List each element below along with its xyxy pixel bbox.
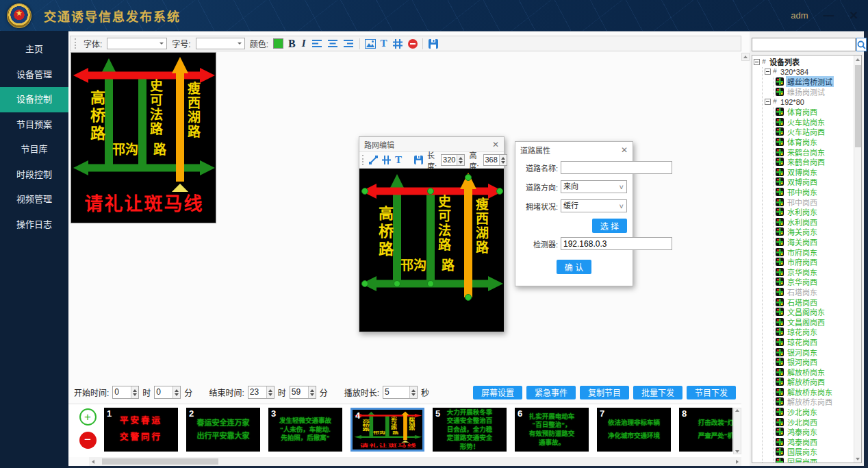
tree-device-沙北岗西[interactable]: 沙北岗西	[776, 417, 853, 427]
bold-button[interactable]: B	[288, 38, 296, 50]
duration-spinner[interactable]: 5	[383, 386, 418, 399]
tree-device-解放桥东岗西[interactable]: 解放桥东岗西	[776, 397, 853, 407]
font-select[interactable]	[107, 38, 167, 49]
tree-device-石塔岗东[interactable]: 石塔岗东	[776, 287, 853, 297]
align-right-icon[interactable]	[344, 38, 355, 49]
spinner-arrows[interactable]	[131, 386, 138, 398]
spinner-arrows[interactable]	[457, 155, 464, 165]
tree-device-维扬岗测试[interactable]: 维扬岗测试	[776, 87, 853, 97]
tree-device-体育岗西[interactable]: 体育岗西	[776, 107, 853, 117]
tree-device-解放桥东岗东[interactable]: 解放桥东岗东	[776, 387, 853, 397]
program-thumbnail-8[interactable]: 8打击改装“灯严查严处“机	[679, 408, 732, 452]
program-thumbnail-4[interactable]: 4高桥路史可法路瘦西湖路邗沟路请礼让斑马线	[350, 408, 424, 452]
align-center-icon[interactable]	[328, 38, 339, 49]
program-thumbnail-2[interactable]: 2春运安全连万家出行平安靠大家	[186, 408, 260, 452]
tree-device-海关岗西[interactable]: 海关岗西	[776, 237, 853, 247]
insert-image-icon[interactable]	[365, 38, 376, 49]
action-button-批量下发[interactable]: 批量下发	[633, 386, 682, 399]
tree-scrollbar[interactable]	[854, 56, 861, 463]
tree-device-国展岗东[interactable]: 国展岗东	[776, 447, 853, 457]
sidebar-item-2[interactable]: 设备管理	[0, 62, 68, 88]
sidebar-item-1[interactable]: 主页	[0, 37, 68, 62]
action-button-节目下发[interactable]: 节目下发	[687, 386, 736, 399]
tree-device-邗中岗东[interactable]: 邗中岗东	[776, 187, 853, 197]
scrollbar-thumb[interactable]	[102, 458, 218, 465]
device-search-input[interactable]	[752, 38, 856, 51]
spinner-arrows[interactable]	[173, 386, 180, 398]
height-spinner[interactable]: 368	[483, 154, 507, 166]
sidebar-item-5[interactable]: 节目库	[0, 137, 68, 162]
sidebar-item-6[interactable]: 时段控制	[0, 162, 68, 188]
tree-device-水利岗东[interactable]: 水利岗东	[776, 207, 853, 217]
italic-button[interactable]: I	[301, 38, 307, 49]
search-button[interactable]	[856, 38, 867, 51]
align-left-icon[interactable]	[312, 38, 323, 49]
congestion-select[interactable]: 缓行	[561, 199, 627, 212]
program-thumbnail-7[interactable]: 7依法治理非标车辆净化城市交通环境	[597, 408, 671, 452]
strip-horizontal-scrollbar[interactable]	[89, 457, 741, 466]
roadnet-close-icon[interactable]: ✕	[492, 140, 499, 149]
sign-preview-panel[interactable]: 高桥路史可法路瘦西湖路邗沟路请礼让斑马线	[71, 52, 216, 223]
start-minute-spinner[interactable]: 0	[154, 386, 181, 399]
text-tool-button[interactable]: T	[381, 38, 387, 49]
tree-device-文昌阁岗东[interactable]: 文昌阁岗东	[776, 307, 853, 317]
road-tool-icon[interactable]	[382, 155, 391, 166]
tree-device-螺丝湾桥测试[interactable]: 螺丝湾桥测试	[776, 77, 853, 87]
tree-device-来鹤台岗东[interactable]: 来鹤台岗东	[776, 147, 853, 157]
action-button-复制节目[interactable]: 复制节目	[580, 386, 629, 399]
save-icon[interactable]	[414, 155, 423, 166]
road-name-input[interactable]	[561, 161, 672, 174]
length-spinner[interactable]: 320	[441, 154, 465, 166]
delete-tool-icon[interactable]	[408, 39, 418, 49]
tree-device-京华岗东[interactable]: 京华岗东	[776, 267, 853, 277]
remove-program-button[interactable]: −	[79, 432, 97, 449]
sidebar-item-7[interactable]: 视频管理	[0, 187, 68, 212]
tree-device-水利岗西[interactable]: 水利岗西	[776, 217, 853, 227]
tree-device-火车站岗东[interactable]: 火车站岗东	[776, 117, 853, 127]
scrollbar-thumb[interactable]	[855, 65, 861, 147]
scroll-right-arrow[interactable]	[732, 457, 741, 466]
tree-group-192*80[interactable]: #192*80	[765, 97, 853, 107]
strip-scrollbar[interactable]	[733, 408, 741, 454]
sidebar-item-3[interactable]: 设备控制	[0, 87, 68, 112]
start-hour-spinner[interactable]: 0	[112, 386, 139, 399]
props-dialog-titlebar[interactable]: 道路属性 ✕	[515, 142, 633, 158]
save-icon[interactable]	[428, 38, 439, 49]
end-hour-spinner[interactable]: 23	[248, 386, 275, 399]
tree-device-解放桥岗东[interactable]: 解放桥岗东	[776, 367, 853, 377]
tree-device-海关岗东[interactable]: 海关岗东	[776, 227, 853, 237]
minimize-button[interactable]: —	[824, 10, 834, 21]
spinner-arrows[interactable]	[499, 155, 507, 165]
sidebar-item-4[interactable]: 节目预案	[0, 112, 68, 138]
tree-device-琼花岗东[interactable]: 琼花岗东	[776, 327, 853, 337]
tree-device-邗中岗西[interactable]: 邗中岗西	[776, 197, 853, 207]
program-thumbnail-6[interactable]: 6扎实开展电动车“百日整治”，有效预防道路交通事故。	[515, 408, 589, 452]
tree-device-文昌阁岗西[interactable]: 文昌阁岗西	[776, 317, 853, 327]
tree-device-沙北岗东[interactable]: 沙北岗东	[776, 407, 853, 417]
end-minute-spinner[interactable]: 59	[290, 386, 316, 399]
spinner-arrows[interactable]	[266, 386, 274, 398]
road-network-tool-icon[interactable]	[392, 38, 403, 49]
font-size-select[interactable]	[196, 38, 245, 49]
confirm-button[interactable]: 确 认	[557, 260, 591, 274]
close-button[interactable]: ✕	[850, 10, 858, 21]
tree-device-京华岗西[interactable]: 京华岗西	[776, 277, 853, 287]
tree-device-双博岗西[interactable]: 双博岗西	[776, 177, 853, 187]
select-detector-button[interactable]: 选 择	[592, 219, 627, 233]
tree-device-来鹤台岗西[interactable]: 来鹤台岗西	[776, 157, 853, 167]
spinner-arrows[interactable]	[409, 386, 417, 398]
detector-input[interactable]	[561, 237, 672, 250]
spinner-arrows[interactable]	[308, 386, 316, 398]
roadnet-edit-canvas[interactable]: 高桥路史可法路瘦西湖路邗沟路	[359, 169, 504, 332]
tree-device-体育岗东[interactable]: 体育岗东	[776, 137, 853, 147]
text-tool-button[interactable]: T	[395, 154, 402, 166]
add-program-button[interactable]: +	[79, 408, 97, 426]
tree-device-琼花岗西[interactable]: 琼花岗西	[776, 337, 853, 347]
tree-device-石塔岗西[interactable]: 石塔岗西	[776, 297, 853, 307]
tree-expand-icon[interactable]	[754, 59, 760, 65]
tree-device-鸿泰岗西[interactable]: 鸿泰岗西	[776, 437, 853, 447]
tree-device-解放桥岗西[interactable]: 解放桥岗西	[776, 377, 853, 387]
road-direction-select[interactable]: 来向	[561, 180, 627, 193]
program-thumbnail-3[interactable]: 3发生轻微交通事故“人未伤，车能动.先拍照，后撤离”	[268, 408, 342, 452]
tree-device-火车站岗西[interactable]: 火车站岗西	[776, 127, 853, 137]
